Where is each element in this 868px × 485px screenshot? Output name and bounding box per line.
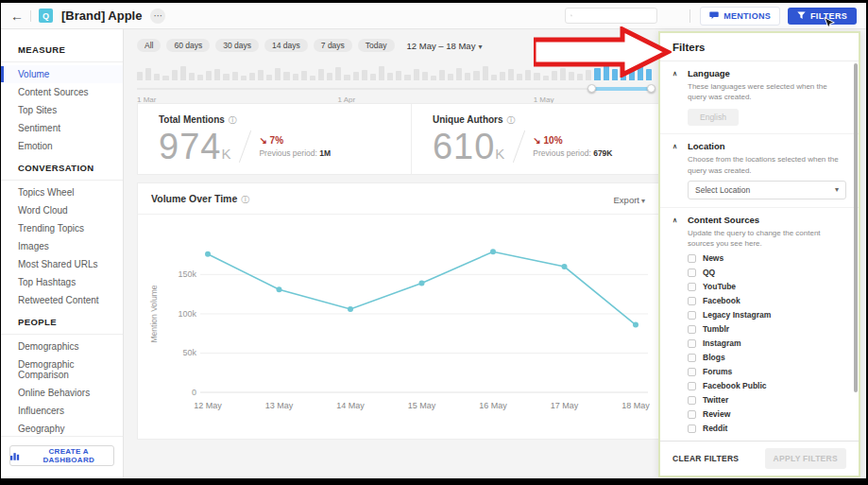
sidebar-item-topics-wheel[interactable]: Topics Wheel [1,183,123,201]
data-point-15-may[interactable] [419,281,425,286]
mini-bar [465,73,470,80]
range-chip-all[interactable]: All [137,39,161,52]
collapse-section-icon[interactable]: ∧ [672,143,677,150]
data-point-12-may[interactable] [205,251,211,257]
page-title: [Brand] Apple [61,9,142,23]
sidebar-item-content-sources[interactable]: Content Sources [1,83,123,101]
sidebar-item-images[interactable]: Images [1,237,123,255]
data-point-18-may[interactable] [633,322,638,328]
checkbox-unchecked[interactable] [688,254,696,263]
y-tick-label: 50k [182,348,196,357]
mini-bar [223,74,229,80]
filter-option-review[interactable]: Review [688,409,846,419]
checkbox-unchecked[interactable] [688,424,696,433]
data-point-13-may[interactable] [277,286,282,292]
clear-filters-button[interactable]: CLEAR FILTERS [672,454,739,463]
sidebar-item-demographic-comparison[interactable]: Demographic Comparison [1,355,123,384]
checkbox-unchecked[interactable] [688,410,696,419]
sidebar-item-emotion[interactable]: Emotion [1,137,123,155]
filter-option-legacy-instagram[interactable]: Legacy Instagram [688,310,846,320]
range-chip-14-days[interactable]: 14 days [264,39,308,52]
location-header: Location [688,141,846,151]
mini-bar [145,68,151,80]
back-icon[interactable]: ← [10,9,24,24]
more-menu-icon[interactable]: ⋯ [150,9,165,24]
mentions-button-label: MENTIONS [723,11,771,21]
collapse-section-icon[interactable]: ∧ [672,70,677,78]
filter-option-tumblr[interactable]: Tumblr [688,324,846,334]
mini-bar [370,74,376,80]
trend-down-icon: ↘ [259,135,266,146]
filter-option-facebook-public[interactable]: Facebook Public [688,381,846,390]
checkbox-unchecked[interactable] [688,311,696,320]
chevron-down-icon: ▾ [835,185,839,194]
range-chip-60-days[interactable]: 60 days [166,39,210,52]
scrollbar[interactable] [854,63,858,392]
sidebar-item-word-cloud[interactable]: Word Cloud [1,201,123,219]
mini-bar [301,71,307,80]
filter-option-twitter[interactable]: Twitter [688,395,846,405]
sidebar-item-trending-topics[interactable]: Trending Topics [1,219,123,237]
checkbox-unchecked[interactable] [688,297,696,305]
filter-option-instagram[interactable]: Instagram [688,338,846,348]
sidebar-item-sentiment[interactable]: Sentiment [1,119,123,137]
divider [513,130,525,163]
mini-bar [379,66,384,80]
apply-filters-button[interactable]: APPLY FILTERS [765,448,846,469]
collapse-section-icon[interactable]: ∧ [672,217,677,224]
filter-option-forums[interactable]: Forums [688,367,846,376]
slider-selected-range[interactable] [591,87,652,91]
checkbox-unchecked[interactable] [688,325,696,334]
sidebar-item-top-sites[interactable]: Top Sites [1,101,123,119]
checkbox-unchecked[interactable] [688,268,696,277]
checkbox-unchecked[interactable] [688,396,696,405]
checkbox-unchecked[interactable] [688,382,696,390]
checkbox-unchecked[interactable] [688,368,696,376]
filter-option-reddit[interactable]: Reddit [688,424,846,433]
x-tick-label: 14 May [336,401,365,410]
filter-option-qq[interactable]: QQ [688,268,846,277]
timeline-slider[interactable] [137,84,652,94]
mini-bar [473,71,479,80]
data-point-17-may[interactable] [562,264,568,269]
create-dashboard-button[interactable]: CREATE A DASHBOARD [9,445,114,466]
x-tick-label: 18 May [621,401,650,410]
location-dropdown[interactable]: Select Location ▾ [688,181,846,199]
filter-option-blogs[interactable]: Blogs [688,353,846,362]
checkbox-unchecked[interactable] [688,339,696,348]
sidebar-item-top-hashtags[interactable]: Top Hashtags [1,273,123,291]
search-input[interactable] [576,11,652,21]
sidebar-item-retweeted-content[interactable]: Retweeted Content [1,291,123,309]
mini-bar [180,66,186,80]
sidebar-item-demographics[interactable]: Demographics [1,338,123,355]
filter-option-facebook[interactable]: Facebook [688,296,846,305]
mentions-button[interactable]: MENTIONS [700,7,780,26]
info-icon[interactable]: ⓘ [507,115,516,125]
checkbox-unchecked[interactable] [688,283,696,291]
sidebar-item-volume[interactable]: Volume [1,65,123,83]
custom-date-range[interactable]: 12 May – 18 May▾ [407,41,483,51]
sidebar-nav: MEASUREVolumeContent SourcesTop SitesSen… [1,37,123,438]
data-point-16-may[interactable] [490,249,496,254]
sidebar-item-influencers[interactable]: Influencers [1,402,123,420]
export-button[interactable]: Export▾ [614,195,645,205]
filter-option-youtube[interactable]: YouTube [688,282,846,291]
filter-option-news[interactable]: News [688,253,846,263]
info-icon[interactable]: ⓘ [241,195,249,204]
range-chip-7-days[interactable]: 7 days [314,39,352,52]
slider-handle-right[interactable] [647,84,655,93]
sidebar-item-most-shared-urls[interactable]: Most Shared URLs [1,255,123,273]
range-chip-today[interactable]: Today [358,39,395,52]
data-point-14-may[interactable] [348,306,353,312]
slider-track[interactable] [137,88,652,90]
checkbox-unchecked[interactable] [688,354,696,362]
metric-previous: Previous period: 1M [259,148,331,158]
range-chip-30-days[interactable]: 30 days [215,39,259,52]
filters-button[interactable]: FILTERS [788,8,857,25]
x-tick-label: 16 May [479,401,507,410]
slider-handle-left[interactable] [587,84,596,93]
info-icon[interactable]: ⓘ [229,115,237,125]
checkbox-label: YouTube [703,282,736,291]
sidebar-item-online-behaviors[interactable]: Online Behaviors [1,384,123,402]
search-box[interactable] [565,8,657,24]
